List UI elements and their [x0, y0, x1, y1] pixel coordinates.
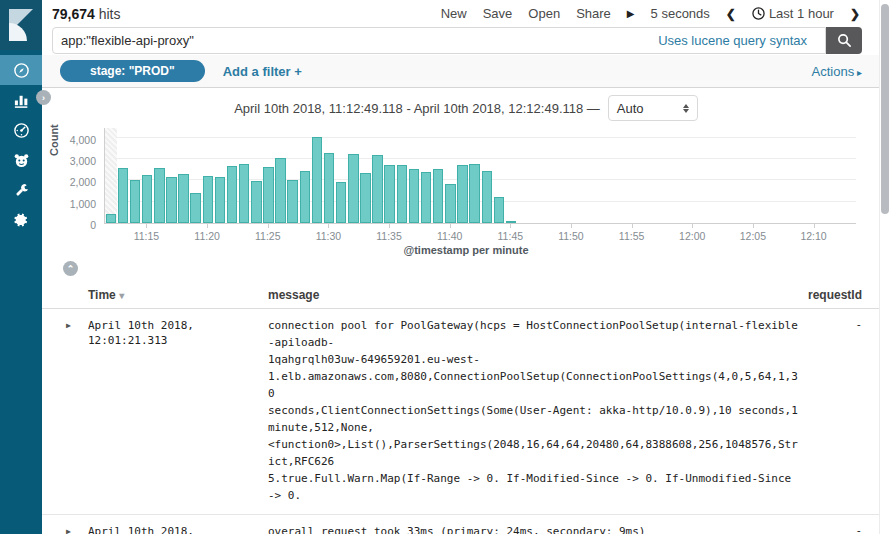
query-text[interactable]: app:"flexible-api-proxy"	[61, 33, 194, 48]
histogram-bar-11:18[interactable]	[178, 174, 189, 223]
histogram-bar-11:17[interactable]	[166, 177, 177, 223]
interval-select[interactable]: Auto	[608, 95, 698, 121]
column-header-requestid[interactable]: requestId	[800, 288, 862, 302]
time-back-icon[interactable]: ❮	[726, 7, 736, 21]
new-button[interactable]: New	[441, 6, 467, 21]
histogram-bar-11:28[interactable]	[300, 171, 311, 223]
histogram-bar-11:40[interactable]	[445, 184, 456, 223]
histogram-bar-11:31[interactable]	[336, 182, 347, 223]
save-button[interactable]: Save	[483, 6, 513, 21]
y-tick-label: 0	[42, 219, 96, 231]
histogram-bar-11:14[interactable]	[130, 180, 141, 223]
share-button[interactable]: Share	[576, 6, 611, 21]
top-toolbar: 79,674 hits New Save Open Share ▶ 5 seco…	[42, 0, 890, 27]
histogram-bar-11:23[interactable]	[239, 164, 250, 223]
histogram-bar-11:39[interactable]	[433, 169, 444, 223]
lucene-syntax-link[interactable]: Uses lucene query syntax	[658, 33, 817, 48]
row-message: connection pool for PoolGateway(hcps = H…	[266, 317, 800, 505]
collapse-nav-button[interactable]: ›	[36, 90, 51, 105]
x-tick-mark	[328, 224, 329, 228]
refresh-interval-button[interactable]: 5 seconds	[651, 6, 710, 21]
actions-menu[interactable]: Actions	[812, 64, 862, 79]
x-tick-label: 11:55	[619, 230, 645, 242]
histogram-bar-11:41[interactable]	[457, 165, 468, 223]
histogram-bar-11:24[interactable]	[251, 181, 262, 223]
query-bar: app:"flexible-api-proxy" Uses lucene que…	[42, 27, 890, 55]
histogram-bar-11:36[interactable]	[397, 165, 408, 223]
row-message: overall request took 33ms (primary: 24ms…	[266, 523, 800, 534]
time-forward-icon[interactable]: ❯	[850, 7, 860, 21]
hits-value: 79,674	[52, 6, 95, 22]
histogram-bar-11:29[interactable]	[312, 137, 323, 223]
kibana-logo[interactable]	[0, 0, 42, 50]
row-time: April 10th 2018, 12:01:21.313	[88, 318, 266, 349]
expand-row-icon[interactable]: ▶	[66, 526, 71, 534]
play-refresh-icon[interactable]: ▶	[627, 8, 635, 19]
scrollbar-thumb[interactable]	[881, 4, 889, 214]
hits-count: 79,674 hits	[52, 6, 121, 22]
timelion-icon	[13, 152, 30, 169]
select-arrows-icon	[683, 104, 689, 113]
histogram-bar-11:12[interactable]	[106, 214, 117, 223]
table-row: ▶April 10th 2018, 11:51:57.649overall re…	[42, 515, 890, 534]
sidebar-item-dashboard[interactable]	[0, 115, 42, 145]
histogram-bar-11:45[interactable]	[506, 221, 517, 223]
x-tick-mark	[510, 224, 511, 228]
histogram-bar-11:20[interactable]	[203, 176, 214, 223]
histogram-bar-11:37[interactable]	[409, 169, 420, 223]
histogram-bar-11:33[interactable]	[360, 173, 371, 223]
x-tick-label: 11:30	[316, 230, 342, 242]
column-header-time[interactable]: Time ▾	[88, 288, 266, 302]
y-tick-label: 4,000	[42, 134, 96, 146]
add-filter-link[interactable]: Add a filter +	[223, 64, 302, 79]
sidebar-item-dev-tools[interactable]	[0, 175, 42, 205]
visualize-icon	[13, 92, 30, 109]
sort-desc-icon[interactable]: ▾	[119, 290, 124, 301]
histogram-bar-11:27[interactable]	[287, 180, 298, 223]
histogram-bar-11:30[interactable]	[324, 153, 335, 223]
histogram-bar-11:44[interactable]	[494, 197, 505, 223]
histogram-bar-11:35[interactable]	[384, 165, 395, 223]
histogram-bar-11:25[interactable]	[263, 167, 274, 223]
x-tick-label: 11:15	[134, 230, 160, 242]
scrollbar-track[interactable]	[879, 0, 890, 534]
histogram-bar-11:19[interactable]	[190, 193, 201, 223]
x-tick-mark	[814, 224, 815, 228]
row-time: April 10th 2018, 11:51:57.649	[88, 524, 266, 534]
histogram-bar-11:15[interactable]	[142, 175, 153, 223]
collapse-histogram-button[interactable]: ⌃	[63, 261, 78, 276]
time-picker-button[interactable]: Last 1 hour	[752, 6, 834, 21]
x-tick-label: 11:20	[194, 230, 220, 242]
x-tick-mark	[450, 224, 451, 228]
search-icon	[837, 33, 852, 48]
x-tick-mark	[571, 224, 572, 228]
sidebar-item-management[interactable]	[0, 205, 42, 235]
search-button[interactable]	[826, 27, 862, 54]
histogram-bar-11:21[interactable]	[215, 177, 226, 223]
histogram-bar-11:34[interactable]	[372, 155, 383, 223]
x-tick-mark	[389, 224, 390, 228]
histogram-bar-11:38[interactable]	[421, 172, 432, 223]
kibana-logo-icon	[6, 7, 36, 43]
dashboard-icon	[13, 122, 30, 139]
open-button[interactable]: Open	[528, 6, 560, 21]
sidebar-item-timelion[interactable]	[0, 145, 42, 175]
sidebar-item-discover[interactable]	[0, 55, 42, 85]
column-header-message[interactable]: message	[266, 288, 800, 302]
plot-area[interactable]	[104, 128, 856, 224]
histogram-bar-11:26[interactable]	[275, 158, 286, 223]
histogram-bar-11:32[interactable]	[348, 154, 359, 223]
histogram-bar-11:13[interactable]	[118, 168, 129, 223]
search-input[interactable]: app:"flexible-api-proxy" Uses lucene que…	[52, 27, 826, 54]
histogram-bar-11:16[interactable]	[154, 168, 165, 223]
row-requestid: -	[800, 524, 862, 534]
histogram-bar-11:42[interactable]	[469, 164, 480, 223]
x-tick-label: 11:40	[437, 230, 463, 242]
table-row: ▶April 10th 2018, 12:01:21.313connection…	[42, 309, 890, 515]
expand-row-icon[interactable]: ▶	[66, 320, 71, 330]
histogram-bar-11:43[interactable]	[482, 171, 493, 223]
x-axis-ticks: 11:1511:2011:2511:3011:3511:4011:4511:50…	[104, 226, 856, 240]
histogram-bar-11:22[interactable]	[227, 166, 238, 223]
filter-pill-stage-prod[interactable]: stage: "PROD"	[60, 60, 205, 82]
x-tick-label: 11:45	[498, 230, 524, 242]
